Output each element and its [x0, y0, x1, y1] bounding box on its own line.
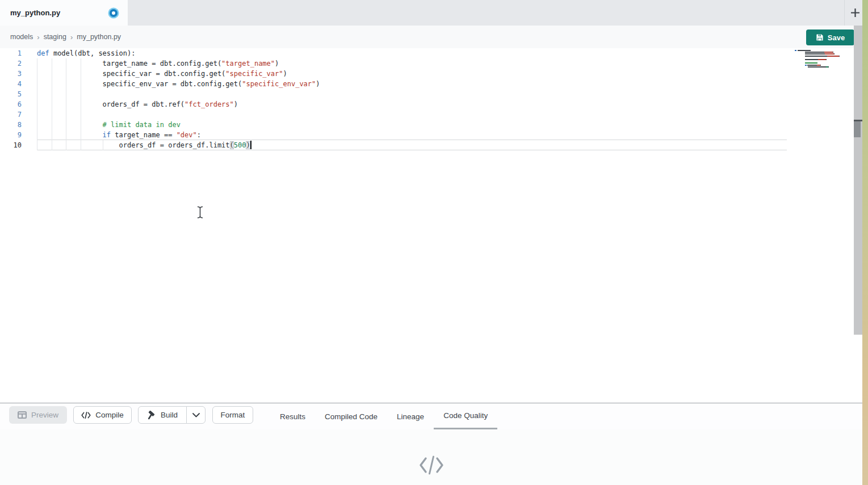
save-button-label: Save	[828, 33, 845, 42]
code-line[interactable]: 2 target_name = dbt.config.get("target_n…	[0, 58, 854, 69]
save-button[interactable]: Save	[806, 29, 854, 45]
chevron-down-icon	[192, 413, 200, 417]
build-split-button: Build	[138, 406, 206, 424]
minimap[interactable]	[795, 50, 850, 68]
code-text: target_name = dbt.config.get("target_nam…	[22, 58, 279, 69]
line-number: 2	[0, 58, 22, 69]
code-text: # limit data in dev	[22, 120, 181, 130]
compile-button-label: Compile	[95, 411, 124, 419]
line-number: 5	[0, 89, 22, 99]
result-panel-tabs: Results Compiled Code Lineage Code Quali…	[270, 403, 497, 429]
code-brackets-empty-state-icon	[418, 454, 445, 476]
code-text: orders_df = dbt.ref("fct_orders")	[22, 99, 238, 109]
code-line[interactable]: 3 specific_var = dbt.config.get("specifi…	[0, 69, 854, 79]
breadcrumb-item-models: models	[10, 33, 33, 41]
breadcrumb-item-staging: staging	[44, 33, 66, 41]
line-number: 3	[0, 69, 22, 79]
code-text: if target_name == "dev":	[22, 130, 201, 140]
desktop-wallpaper-edge	[862, 0, 868, 485]
breadcrumb-item-file: my_python.py	[77, 33, 121, 41]
floppy-disk-icon	[816, 33, 824, 41]
code-text	[22, 89, 37, 99]
line-number: 1	[0, 48, 22, 58]
vertical-scrollbar-track[interactable]	[854, 26, 862, 335]
unsaved-changes-dot-icon	[110, 9, 118, 17]
chevron-right-icon: ›	[70, 33, 73, 41]
tab-bar-divider	[844, 0, 845, 26]
build-options-button[interactable]	[186, 406, 206, 424]
code-editor[interactable]: 1def model(dbt, session):2 target_name =…	[0, 48, 854, 403]
code-line[interactable]: 9 if target_name == "dev":	[0, 130, 854, 140]
preview-button-label: Preview	[31, 411, 58, 419]
tab-lineage[interactable]: Lineage	[387, 403, 434, 429]
code-line[interactable]: 5	[0, 89, 854, 99]
tab-results-label: Results	[280, 412, 305, 421]
tab-lineage-label: Lineage	[397, 412, 424, 421]
line-number: 4	[0, 79, 22, 89]
line-number: 8	[0, 120, 22, 130]
plus-icon	[850, 7, 861, 18]
code-line[interactable]: 7	[0, 109, 854, 120]
code-text: orders_df = orders_df.limit(500)	[22, 140, 251, 150]
table-grid-icon	[18, 411, 27, 419]
code-quality-panel	[0, 429, 862, 485]
code-line[interactable]: 8 # limit data in dev	[0, 120, 854, 130]
tab-compiled-code-label: Compiled Code	[325, 412, 378, 421]
format-button[interactable]: Format	[212, 406, 253, 424]
format-button-label: Format	[221, 411, 245, 419]
tab-code-quality[interactable]: Code Quality	[434, 403, 497, 429]
code-line[interactable]: 1def model(dbt, session):	[0, 48, 854, 58]
tab-code-quality-label: Code Quality	[443, 411, 488, 420]
text-cursor	[250, 141, 251, 149]
breadcrumb: models › staging › my_python.py	[0, 26, 862, 48]
new-tab-button[interactable]	[847, 5, 863, 20]
preview-button[interactable]: Preview	[9, 406, 67, 424]
chevron-right-icon: ›	[37, 33, 39, 41]
editor-tab-bar: my_python.py	[0, 0, 862, 26]
line-number: 9	[0, 130, 22, 140]
vertical-scrollbar-thumb[interactable]	[854, 121, 861, 137]
build-button-label: Build	[161, 411, 178, 419]
code-text: specific_env_var = dbt.config.get("speci…	[22, 79, 320, 89]
code-line[interactable]: 10 orders_df = orders_df.limit(500)	[0, 140, 854, 150]
line-number: 6	[0, 99, 22, 109]
code-icon	[81, 412, 91, 419]
code-line[interactable]: 6 orders_df = dbt.ref("fct_orders")	[0, 99, 854, 109]
tab-results[interactable]: Results	[270, 403, 315, 429]
hammer-icon	[147, 411, 156, 420]
bottom-toolbar: Preview Compile Build Format Result	[0, 403, 862, 429]
code-text: specific_var = dbt.config.get("specific_…	[22, 69, 287, 79]
file-tab-my-python[interactable]: my_python.py	[0, 0, 128, 26]
file-tab-label: my_python.py	[10, 9, 60, 17]
build-button[interactable]: Build	[138, 406, 187, 424]
code-text: def model(dbt, session):	[22, 48, 135, 58]
line-number: 7	[0, 109, 22, 120]
compile-button[interactable]: Compile	[73, 406, 132, 424]
line-number: 10	[0, 140, 22, 150]
code-text	[22, 109, 37, 120]
tab-compiled-code[interactable]: Compiled Code	[315, 403, 387, 429]
code-line[interactable]: 4 specific_env_var = dbt.config.get("spe…	[0, 79, 854, 89]
code-lines: 1def model(dbt, session):2 target_name =…	[0, 48, 854, 150]
